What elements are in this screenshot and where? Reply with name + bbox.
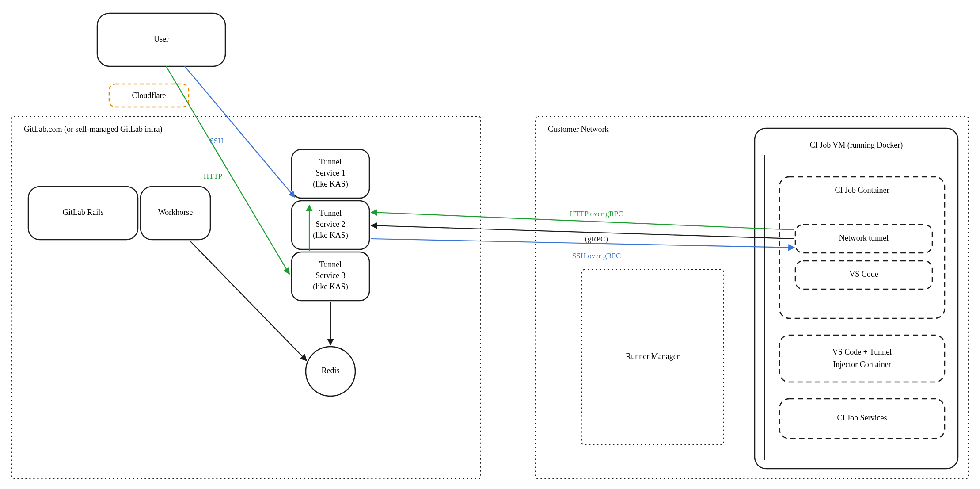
cloudflare-label: Cloudflare <box>132 91 166 100</box>
tunnel3-l2: Service 3 <box>315 271 345 280</box>
ci-job-container-node <box>779 177 945 318</box>
tunnel3-l3: (like KAS) <box>313 282 348 291</box>
edge-http-label: HTTP <box>204 172 223 180</box>
gitlab-rails-label: GitLab Rails <box>63 208 104 217</box>
tunnel2-l2: Service 2 <box>315 220 345 229</box>
runner-manager-label: Runner Manager <box>626 352 679 361</box>
tunnel2-l1: Tunnel <box>319 209 342 218</box>
gitlab-infra-title: GitLab.com (or self-managed GitLab infra… <box>24 125 162 134</box>
customer-network-container <box>536 116 969 479</box>
injector-container-node <box>779 335 945 382</box>
vs-code-label: VS Code <box>849 270 878 279</box>
tunnel1-l1: Tunnel <box>319 157 342 166</box>
tunnel1-l3: (like KAS) <box>313 180 348 189</box>
tunnel2-l3: (like KAS) <box>313 231 348 240</box>
edge-user-http-tunnel3 <box>166 66 289 274</box>
edge-ssh-over-grpc-label: SSH over gRPC <box>572 252 621 260</box>
tunnel1-l2: Service 1 <box>315 168 345 177</box>
edge-http-over-grpc-label: HTTP over gRPC <box>570 210 623 218</box>
edge-question-label: ? <box>255 307 259 315</box>
user-label: User <box>154 34 169 43</box>
workhorse-label: Workhorse <box>158 208 193 217</box>
architecture-diagram: GitLab.com (or self-managed GitLab infra… <box>0 0 980 489</box>
redis-label: Redis <box>321 366 339 375</box>
edge-user-ssh-tunnel1 <box>185 66 295 197</box>
tunnel3-l1: Tunnel <box>319 260 342 269</box>
gitlab-infra-container <box>11 116 481 479</box>
customer-network-title: Customer Network <box>548 125 608 134</box>
edge-ssh-over-grpc <box>371 239 794 248</box>
edge-grpc-label: (gRPC) <box>585 235 608 243</box>
injector-l1: VS Code + Tunnel <box>832 348 892 356</box>
edge-workhorse-redis <box>190 241 307 361</box>
ci-job-vm-title: CI Job VM (running Docker) <box>810 141 903 150</box>
ci-job-services-label: CI Job Services <box>837 413 887 422</box>
ci-job-container-title: CI Job Container <box>835 186 889 195</box>
injector-l2: Injector Container <box>833 360 891 369</box>
network-tunnel-label: Network tunnel <box>839 233 889 242</box>
